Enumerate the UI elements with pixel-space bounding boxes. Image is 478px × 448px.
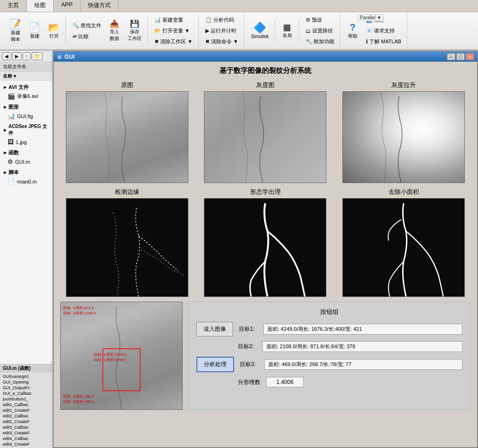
nav-up[interactable]: ↑ [23, 52, 31, 60]
label-morphology: 形态学出理 [250, 188, 281, 196]
toolbar-group-code: 📋 分析代码 ▶ 运行并计时 ✖ 清除命令 ▼ [200, 14, 244, 48]
toolbar-col-findcompare: 🔍 AVI 文件 查找文件 ⇌ 比较 [70, 21, 104, 41]
func-item-5[interactable]: pushbutton2_ [0, 396, 53, 402]
btn-clear-workspace[interactable]: ✖ 清除工作区 ▼ [152, 37, 195, 47]
parallel-badge: Parallel ▼ [357, 14, 384, 21]
func-item-3[interactable]: GUI_OutputFc [0, 385, 53, 391]
btn-support[interactable]: 📧 请求支持 [363, 26, 404, 36]
btn-addons[interactable]: 🔧 附加功能 [303, 37, 337, 47]
file-guim[interactable]: ⚙GUI.m [0, 157, 52, 166]
layout-icon: ▦ [283, 23, 291, 32]
btn-find-file[interactable]: 🔍 AVI 文件 查找文件 [70, 21, 104, 31]
section-avi: ▸ AVI 文件 🎬录像6.avi [0, 83, 52, 101]
func-item-10[interactable]: edit3_Callbac [0, 424, 53, 430]
compare-icon: ⇌ [73, 33, 77, 40]
btn-new-script[interactable]: 📝 新建 脚本 [7, 17, 24, 45]
section-jpeg-title: ▸ ACDSee JPEG 文件 [0, 122, 52, 137]
section-function: ▸ 函数 ⚙GUI.m [0, 148, 52, 166]
func-item-7[interactable]: edit1_CreateF [0, 408, 53, 413]
toolbar-col-vars: 📊 新建变量 📂 打开变量 ▼ ✖ 清除工作区 ▼ [152, 15, 195, 47]
avi-icon: 🎬 [8, 93, 15, 100]
minimize-button[interactable]: ─ [447, 53, 455, 60]
file-mian[interactable]: 📄mian0.m [0, 177, 52, 186]
svg-text:目标: 3/周长:268.7: 目标: 3/周长:268.7 [63, 394, 94, 399]
toolbar-col-importexport: 📥 导入数据 [106, 18, 123, 44]
import-icon: 📥 [110, 20, 119, 28]
label-gray: 灰度图 [256, 81, 275, 89]
openvar-icon: 📂 [154, 28, 161, 34]
new-script-icon: 📝 [9, 19, 21, 29]
func-item-6[interactable]: edit1_Callbac [0, 402, 53, 408]
guim-icon: ⚙ [8, 158, 13, 165]
btn-preferences[interactable]: ⚙ 预设 [303, 15, 337, 25]
btn-new-var[interactable]: 📊 新建变量 [152, 15, 195, 25]
func-item-11[interactable]: edit3_CreateF [0, 430, 53, 436]
bottom-function-panel: GUI.m (函数) GUI(varargin) GUI_Opening GUI… [0, 364, 53, 448]
runtime-icon: ▶ [205, 28, 209, 34]
fig-icon: 📊 [8, 112, 15, 120]
btn-new[interactable]: 📄 新建 [26, 21, 43, 41]
help-icon: ? [350, 23, 356, 32]
gui-main-title: 基于数字图像的裂纹分析系统 [60, 66, 470, 75]
file-jpg[interactable]: 🖼1.jpg [0, 137, 52, 146]
left-panel: ◀ ▶ ↑ 📁 当前文件夹 名称 ▾ ▸ AVI 文件 🎬录像6.avi ▸ 图… [0, 51, 53, 448]
btn-open-var[interactable]: 📂 打开变量 ▼ [152, 26, 195, 36]
bottom-section: 目标: 2/周长:871.8 目标: 2/面积:2108.0 目标: 1/周长:… [60, 302, 470, 410]
nav-buttons: ◀ ▶ ↑ 📁 [0, 51, 52, 62]
tab-home[interactable]: 主页 [0, 0, 27, 12]
btn-clear-cmd[interactable]: ✖ 清除命令 ▼ [203, 37, 241, 47]
btn-analyze[interactable]: 分析处理 [196, 357, 234, 372]
func-item-2[interactable]: GUI_Opening [0, 379, 53, 385]
nav-back[interactable]: ◀ [2, 52, 11, 60]
btn-set-path[interactable]: 🗂 设置路径 [303, 26, 337, 36]
fractal-value: 1.4006 [266, 377, 304, 387]
file-avi[interactable]: 🎬录像6.avi [0, 92, 52, 101]
btn-run-time[interactable]: ▶ 运行并计时 [203, 26, 241, 36]
panel-cleaned: 去除小面积 [337, 188, 470, 297]
open-icon: 📂 [48, 23, 60, 32]
close-button[interactable]: ✕ [466, 53, 474, 60]
file-fig[interactable]: 📊GUI.fig [0, 112, 52, 120]
btn-simulink[interactable]: 🔷 Simulink [248, 21, 272, 41]
func-item-8[interactable]: edit2_Callbac [0, 413, 53, 419]
btn-open[interactable]: 📂 打开 [45, 21, 63, 41]
func-item-1[interactable]: GUI(varargin) [0, 374, 53, 379]
toolbar-col-settings: ⚙ 预设 🗂 设置路径 🔧 附加功能 [303, 15, 337, 47]
func-item-13[interactable]: edit4_CreateF [0, 441, 53, 447]
support-icon: 📧 [366, 28, 373, 34]
tab-app[interactable]: APP [54, 0, 81, 12]
learn-icon: ℹ [366, 39, 368, 45]
clearcmd-icon: ✖ [205, 39, 210, 45]
toolbar-group-new: 📝 新建 脚本 📄 新建 📂 打开 [4, 16, 66, 46]
nav-forward[interactable]: ▶ [12, 52, 22, 60]
gui-window-buttons: ─ □ ✕ [447, 53, 474, 60]
tab-shortcut[interactable]: 快捷方式 [81, 0, 119, 12]
button-group-panel: 按钮组 读入图像 目标1: 面积: 4249.0/周长: 1676.3/长:40… [188, 302, 470, 410]
target1-label: 目标1: [239, 325, 258, 333]
btn-read-image[interactable]: 读入图像 [196, 322, 233, 336]
func-item-9[interactable]: edit2_CreateF [0, 419, 53, 424]
btn-compare[interactable]: ⇌ 比较 [70, 32, 104, 41]
func-item-4[interactable]: GUI_e_Callbac [0, 391, 53, 396]
func-item-12[interactable]: edit4_Callbac [0, 436, 53, 441]
target3-label: 目标3: [240, 360, 259, 368]
tab-draw[interactable]: 绘图 [27, 0, 54, 12]
btn-save[interactable]: 💾 保存工作区 [125, 18, 145, 44]
btn-learn-matlab[interactable]: ℹ 了解 MATLAB [363, 37, 404, 47]
section-script: ▸ 脚本 📄mian0.m [0, 168, 52, 186]
btn-analyze-code[interactable]: 📋 分析代码 [203, 15, 241, 25]
section-function-title: ▸ 函数 [0, 148, 52, 157]
btn-import[interactable]: 📥 导入数据 [106, 18, 123, 44]
fractal-label: 分形维数 [238, 378, 260, 386]
row-fractal: 分形维数 1.4006 [238, 377, 462, 387]
panel-morphology: 形态学出理 [199, 188, 332, 297]
toolbar-group-settings: ⚙ 预设 🗂 设置路径 🔧 附加功能 [300, 14, 340, 48]
simulink-icon: 🔷 [253, 23, 266, 33]
btn-help[interactable]: ? 帮助 [344, 21, 361, 41]
column-header[interactable]: 名称 ▾ [0, 72, 52, 81]
toolbar-group-file: 🔍 AVI 文件 查找文件 ⇌ 比较 📥 导入数据 💾 保存工作区 [67, 17, 148, 45]
maximize-button[interactable]: □ [456, 53, 465, 60]
btn-layout[interactable]: ▦ 布局 [279, 21, 296, 41]
nav-browse[interactable]: 📁 [32, 52, 43, 60]
save-icon: 💾 [130, 20, 139, 28]
